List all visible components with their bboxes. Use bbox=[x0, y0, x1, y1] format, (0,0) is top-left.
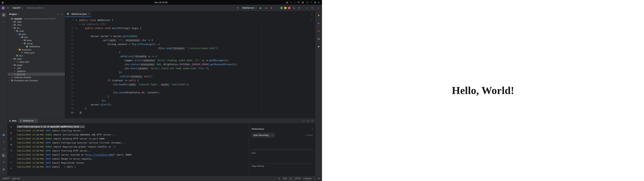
close-button[interactable]: × bbox=[316, 6, 321, 10]
notifications-icon[interactable]: ⚑ bbox=[318, 177, 320, 180]
tree-item-src[interactable]: ▾src bbox=[8, 26, 65, 30]
license-status-icon[interactable] bbox=[284, 7, 286, 9]
tree-chevron-icon[interactable]: ▾ bbox=[14, 30, 16, 32]
code-editor[interactable]: ✓ 9▶public class WebServer {≈low complex… bbox=[65, 17, 315, 118]
launcher-icon[interactable]: ▦ bbox=[2, 1, 4, 4]
sync-status-icon[interactable]: ↻ bbox=[278, 177, 280, 180]
code-line[interactable]: 27 } bbox=[65, 94, 315, 98]
tree-chevron-icon[interactable]: ▾ bbox=[11, 27, 14, 29]
caret-position[interactable]: 9:25 bbox=[283, 177, 287, 180]
hide-panel-icon[interactable]: — bbox=[61, 13, 63, 16]
tree-item-filmes-json[interactable]: {}filmes.json bbox=[8, 51, 65, 54]
tab-webserver-java[interactable]: C WebServer.java × bbox=[65, 11, 91, 17]
tree-item-resources[interactable]: ▾resources bbox=[8, 48, 65, 51]
tree-chevron-icon[interactable]: ▸ bbox=[11, 24, 14, 26]
shield-icon[interactable]: + bbox=[311, 1, 312, 4]
tree-item-target[interactable]: ▸target bbox=[8, 64, 65, 66]
mail-icon[interactable]: ✉ bbox=[298, 1, 299, 4]
tree-chevron-icon[interactable]: ▾ bbox=[18, 36, 21, 38]
main-menu-icon[interactable]: ≡ bbox=[6, 6, 10, 10]
tab-options-icon[interactable]: ⋮ bbox=[310, 12, 313, 16]
keyboard-icon[interactable]: ▤ bbox=[286, 1, 288, 4]
run-tab-webserver[interactable]: ▶ WebServer × bbox=[18, 118, 38, 123]
tree-item-server[interactable]: ▾server bbox=[8, 42, 65, 45]
tree-chevron-icon[interactable]: ▾ bbox=[8, 18, 11, 20]
code-line[interactable]: 26 ctx.send(HttpStatus.OK, content); bbox=[65, 90, 315, 94]
tree-chevron-icon[interactable]: ▸ bbox=[8, 80, 11, 81]
tree-item-alura[interactable]: ▸alura bbox=[8, 39, 65, 42]
chevron-down-icon[interactable]: ∨ bbox=[18, 13, 19, 15]
maximize-button[interactable]: ▢ bbox=[310, 6, 315, 10]
code-line[interactable]: 16 ) bbox=[65, 50, 315, 54]
run-gutter-icon[interactable]: ▶ bbox=[74, 18, 79, 22]
clear-button[interactable]: ∅ bbox=[9, 148, 13, 152]
database-tool-icon[interactable]: ▤ bbox=[1, 167, 6, 172]
volume-icon[interactable]: ♪ bbox=[294, 1, 295, 4]
tree-item-scratches-and-consoles[interactable]: ▸Scratches and Consoles bbox=[8, 79, 65, 82]
indent-indicator[interactable]: 4 spaces bbox=[304, 177, 312, 180]
code-line[interactable]: 13 .get(path: "/", HttpContext ctx -> { bbox=[65, 38, 315, 42]
tree-item-index-html[interactable]: </>index.html bbox=[8, 60, 65, 63]
record-indicator-icon[interactable] bbox=[288, 7, 290, 9]
code-line[interactable]: 17 .onFailure(Throwable e -> { bbox=[65, 54, 315, 58]
code-line[interactable]: 9▶public class WebServer { bbox=[65, 18, 315, 22]
tree-item-viacep[interactable]: ▾ViaCEP~/Documents/Projects/Gson/ViaCEP bbox=[8, 17, 65, 20]
run-tool-icon[interactable]: ▶ bbox=[1, 153, 6, 158]
stop-button[interactable]: ■ bbox=[9, 131, 13, 135]
tree-chevron-icon[interactable]: ▸ bbox=[11, 21, 14, 22]
code-line[interactable]: 12 Server server = Server.port(8080) bbox=[65, 34, 315, 38]
code-line[interactable]: 25 bbox=[65, 86, 315, 90]
tree-item-main[interactable]: ▾main bbox=[8, 30, 65, 33]
maven-panel-icon[interactable]: m bbox=[316, 29, 321, 33]
tree-item-mvn[interactable]: ▸.mvn bbox=[8, 24, 65, 26]
user-avatar[interactable] bbox=[280, 7, 283, 9]
cpu-icon[interactable]: ▧ bbox=[302, 1, 304, 4]
encoding-indicator[interactable]: UTF-8 bbox=[295, 177, 300, 180]
code-line[interactable]: 29 server.start(); bbox=[65, 102, 315, 106]
project-tool-icon[interactable]: ▣ bbox=[1, 12, 6, 17]
tree-chevron-icon[interactable]: ▸ bbox=[21, 40, 24, 41]
tree-item-idea[interactable]: ▸.idea bbox=[8, 20, 65, 23]
tree-chevron-icon[interactable]: ▾ bbox=[16, 49, 18, 50]
panel-options-icon[interactable]: ⋯ bbox=[302, 120, 304, 122]
run-configuration-widget[interactable]: WebServer ∨ bbox=[241, 6, 258, 10]
close-panel-icon[interactable]: × bbox=[312, 120, 313, 122]
tree-chevron-icon[interactable]: ▾ bbox=[11, 58, 14, 60]
code-line[interactable]: 30 } bbox=[65, 106, 315, 110]
start-recording-button[interactable]: Start Recording ∨ bbox=[252, 133, 275, 138]
run-console[interactable]: /usr/lib/jvm/java-1.21.0-openjdk-amd64/b… bbox=[15, 123, 249, 176]
hide-panel-icon[interactable]: — bbox=[307, 120, 309, 122]
commit-tool-icon[interactable]: ✓ bbox=[1, 19, 6, 24]
tree-item-static[interactable]: ▾static bbox=[8, 57, 65, 60]
code-line[interactable]: 19 ctx.status(statusCode: 500, HttpStatu… bbox=[65, 62, 315, 66]
run-button[interactable]: ▶ bbox=[259, 6, 263, 10]
tree-chevron-icon[interactable]: ▸ bbox=[8, 76, 11, 78]
inspections-ok-icon[interactable]: ✓ bbox=[311, 18, 312, 22]
code-line[interactable]: 10▶ public static void main(String[] arg… bbox=[65, 26, 315, 30]
code-line[interactable]: 14 String content = Try.ofThrowing(() -> bbox=[65, 42, 315, 46]
battery-icon[interactable]: ▮ bbox=[314, 1, 316, 4]
code-line[interactable]: 15 File.read(filePath: "./static/index.h… bbox=[65, 46, 315, 50]
code-line[interactable]: 23 if (content != null) { bbox=[65, 78, 315, 82]
tree-item-external-libraries[interactable]: ▸▤External Libraries bbox=[8, 76, 65, 79]
tree-item-env[interactable]: ⚙.env bbox=[8, 66, 65, 70]
code-line[interactable]: 24 ctx.header(name: "Content-Type", valu… bbox=[65, 82, 315, 86]
tree-chevron-icon[interactable]: ▸ bbox=[11, 64, 14, 66]
settings-button[interactable]: ⚙ bbox=[9, 142, 13, 147]
run-gutter-icon[interactable]: ▶ bbox=[74, 26, 79, 30]
tree-item-test[interactable]: ▸test bbox=[8, 54, 65, 57]
code-line[interactable]: 21 }) bbox=[65, 70, 315, 74]
git-tool-icon[interactable]: Y bbox=[1, 160, 6, 164]
code-line[interactable]: 18 Logger.error(template: "Error reading… bbox=[65, 58, 315, 62]
stop-button[interactable]: ■ bbox=[270, 6, 274, 10]
inlay-hint-line[interactable]: ≈low complexity (13%) bbox=[65, 22, 315, 26]
display-icon[interactable]: ▢ bbox=[306, 1, 308, 4]
breadcrumb-project[interactable]: ViaCEP bbox=[2, 177, 10, 180]
more-actions-button[interactable]: ⋮ bbox=[275, 6, 279, 10]
run-panel-title[interactable]: Run bbox=[12, 120, 16, 122]
chevron-right-icon[interactable]: › bbox=[312, 128, 313, 130]
system-clock[interactable]: Nov 18 22:59 bbox=[154, 1, 167, 4]
code-line[interactable]: 11 bbox=[65, 30, 315, 34]
print-button[interactable]: ≡ bbox=[9, 166, 13, 170]
code-with-me-icon[interactable]: ⇅ bbox=[236, 6, 240, 10]
